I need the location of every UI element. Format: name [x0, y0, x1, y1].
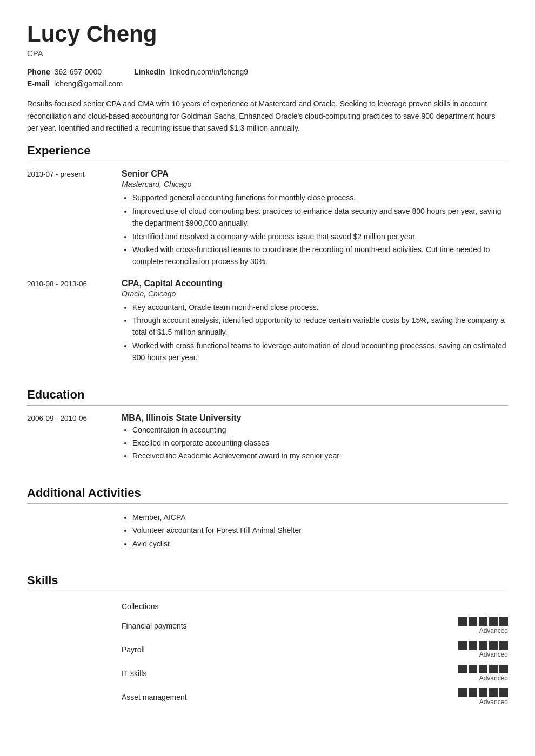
skill-dots-4 [458, 688, 508, 697]
contact-row-2: E-mail lcheng@gamail.com [27, 79, 508, 88]
skill-dot-3-1 [469, 665, 477, 673]
activities-title: Additional Activities [27, 486, 508, 500]
experience-divider [27, 161, 508, 161]
skill-row-2: PayrollAdvanced [122, 638, 508, 662]
exp-detail-1: CPA, Capital AccountingOracle, ChicagoKe… [116, 279, 508, 375]
skill-dot-2-2 [479, 641, 487, 650]
email-label: E-mail [27, 79, 50, 88]
edu-bullet-0-0: Concentration in accounting [132, 424, 508, 436]
skill-dot-3-3 [489, 665, 498, 673]
skill-dot-2-4 [499, 641, 508, 650]
skill-dot-4-3 [489, 688, 498, 697]
edu-date-0: 2006-09 - 2010-06 [27, 413, 116, 473]
exp-bullet-0-1: Improved use of cloud computing best pra… [132, 205, 508, 230]
activities-divider [27, 503, 508, 504]
edu-degree-0: MBA, Illinois State University [122, 413, 508, 423]
resume-title: CPA [27, 49, 508, 58]
skill-dots-1 [458, 617, 508, 626]
skills-detail-col: CollectionsFinancial paymentsAdvancedPay… [116, 599, 508, 719]
skill-name-2: Payroll [122, 638, 230, 662]
education-section: Education 2006-09 - 2010-06MBA, Illinois… [27, 388, 508, 473]
linkedin-value: linkedin.com/in/lcheng9 [170, 68, 249, 76]
skill-row-4: Asset managementAdvanced [122, 685, 508, 709]
contact-row-1: Phone 362-657-0000 LinkedIn linkedin.com… [27, 68, 508, 76]
skill-bar-2: Advanced [230, 638, 508, 662]
skill-dot-4-4 [499, 688, 508, 697]
activities-row: Member, AICPAVolunteer accountant for Fo… [27, 511, 508, 561]
skill-level-label-1: Advanced [479, 627, 508, 634]
skill-bar-wrapper-4: Advanced [230, 688, 508, 706]
summary-text: Results-focused senior CPA and CMA with … [27, 98, 508, 134]
skill-bar-3: Advanced [230, 662, 508, 685]
activities-table: Member, AICPAVolunteer accountant for Fo… [27, 511, 508, 561]
skill-bar-1: Advanced [230, 614, 508, 638]
activity-item-2: Avid cyclist [132, 538, 508, 550]
skills-table-outer: CollectionsFinancial paymentsAdvancedPay… [27, 599, 508, 719]
skill-name-0: Collections [122, 599, 230, 614]
skill-name-1: Financial payments [122, 614, 230, 638]
experience-table: 2013-07 - presentSenior CPAMastercard, C… [27, 169, 508, 374]
skills-section: Skills CollectionsFinancial paymentsAdva… [27, 573, 508, 719]
linkedin-label: LinkedIn [134, 68, 165, 76]
exp-bullet-0-3: Worked with cross-functional teams to co… [132, 244, 508, 268]
experience-row-1: 2010-08 - 2013-06CPA, Capital Accounting… [27, 279, 508, 375]
education-table: 2006-09 - 2010-06MBA, Illinois State Uni… [27, 413, 508, 473]
skill-name-3: IT skills [122, 662, 230, 685]
skill-dot-1-1 [469, 617, 477, 626]
skill-row-1: Financial paymentsAdvanced [122, 614, 508, 638]
exp-bullet-1-0: Key accountant, Oracle team month-end cl… [132, 301, 508, 313]
exp-bullet-1-2: Worked with cross-functional teams to le… [132, 340, 508, 364]
skill-name-4: Asset management [122, 685, 230, 709]
skill-dot-1-3 [489, 617, 498, 626]
edu-bullets-0: Concentration in accountingExcelled in c… [122, 424, 508, 462]
skill-row-0: Collections [122, 599, 508, 614]
email-contact: E-mail lcheng@gamail.com [27, 79, 123, 88]
skill-dot-4-0 [458, 688, 467, 697]
skills-title: Skills [27, 573, 508, 588]
skill-dot-2-1 [469, 641, 477, 650]
skill-bar-wrapper-1: Advanced [230, 617, 508, 634]
exp-date-1: 2010-08 - 2013-06 [27, 279, 116, 375]
skill-dot-4-2 [479, 688, 487, 697]
edu-detail-0: MBA, Illinois State UniversityConcentrat… [116, 413, 508, 473]
exp-job-title-0: Senior CPA [122, 169, 508, 179]
exp-bullet-0-2: Identified and resolved a company-wide p… [132, 231, 508, 242]
skill-level-label-3: Advanced [479, 674, 508, 682]
education-divider [27, 405, 508, 406]
skill-bar-wrapper-2: Advanced [230, 641, 508, 658]
activities-list: Member, AICPAVolunteer accountant for Fo… [122, 511, 508, 550]
skill-dot-4-1 [469, 688, 477, 697]
education-row-0: 2006-09 - 2010-06MBA, Illinois State Uni… [27, 413, 508, 473]
skills-date-col [27, 599, 116, 719]
skill-level-label-4: Advanced [479, 698, 508, 706]
exp-company-1: Oracle, Chicago [122, 289, 508, 298]
activity-item-1: Volunteer accountant for Forest Hill Ani… [132, 524, 508, 536]
exp-detail-0: Senior CPAMastercard, ChicagoSupported g… [116, 169, 508, 278]
skill-dot-1-0 [458, 617, 467, 626]
phone-contact: Phone 362-657-0000 [27, 68, 102, 76]
exp-date-0: 2013-07 - present [27, 169, 116, 278]
skill-dot-3-0 [458, 665, 467, 673]
edu-bullet-0-2: Received the Academic Achievement award … [132, 450, 508, 462]
skill-dot-2-0 [458, 641, 467, 650]
experience-row-0: 2013-07 - presentSenior CPAMastercard, C… [27, 169, 508, 278]
skills-row: CollectionsFinancial paymentsAdvancedPay… [27, 599, 508, 719]
skill-dot-3-2 [479, 665, 487, 673]
skill-row-3: IT skillsAdvanced [122, 662, 508, 685]
experience-section: Experience 2013-07 - presentSenior CPAMa… [27, 144, 508, 374]
exp-bullets-0: Supported general accounting functions f… [122, 192, 508, 267]
skills-inner-table: CollectionsFinancial paymentsAdvancedPay… [122, 599, 508, 709]
phone-label: Phone [27, 68, 50, 76]
skill-dots-2 [458, 641, 508, 650]
skill-dots-3 [458, 665, 508, 673]
skill-level-label-2: Advanced [479, 651, 508, 658]
skill-dot-3-4 [499, 665, 508, 673]
email-value: lcheng@gamail.com [54, 79, 123, 88]
edu-bullet-0-1: Excelled in corporate accounting classes [132, 437, 508, 449]
exp-company-0: Mastercard, Chicago [122, 180, 508, 188]
activity-item-0: Member, AICPA [132, 511, 508, 523]
education-title: Education [27, 388, 508, 402]
linkedin-contact: LinkedIn linkedin.com/in/lcheng9 [134, 68, 248, 76]
activities-detail-col: Member, AICPAVolunteer accountant for Fo… [116, 511, 508, 561]
activities-section: Additional Activities Member, AICPAVolun… [27, 486, 508, 561]
